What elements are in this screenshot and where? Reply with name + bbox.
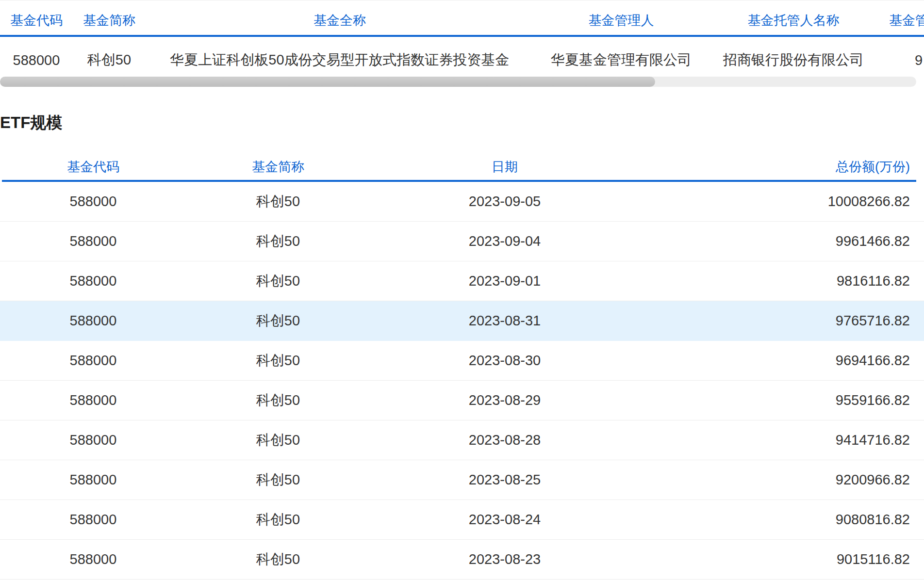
cell-fund-short-name: 科创50 xyxy=(186,272,370,291)
cell-fund-short-name: 科创50 xyxy=(186,391,370,410)
cell-date: 2023-08-30 xyxy=(370,353,640,369)
cell-total-shares: 9414716.82 xyxy=(640,432,924,448)
cell-fund-code: 588000 xyxy=(0,52,73,68)
header-fund-full-name[interactable]: 基金全称 xyxy=(146,12,534,29)
cell-date: 2023-08-25 xyxy=(370,472,640,488)
cell-fund-code: 588000 xyxy=(0,472,186,488)
header-fund-code[interactable]: 基金代码 xyxy=(0,12,73,29)
cell-fund-code: 588000 xyxy=(0,432,186,448)
cell-date: 2023-08-23 xyxy=(370,551,640,567)
horizontal-scrollbar-track[interactable] xyxy=(0,77,916,87)
cell-total-shares: 9080816.82 xyxy=(640,512,924,528)
header-fund-manager[interactable]: 基金管理人 xyxy=(534,12,709,29)
header-date[interactable]: 日期 xyxy=(370,158,640,176)
cell-total-shares: 10008266.82 xyxy=(640,193,924,209)
cell-date: 2023-08-28 xyxy=(370,432,640,448)
fund-info-header-row: 基金代码 基金简称 基金全称 基金管理人 基金托管人名称 基金管 xyxy=(0,7,924,33)
cell-fund-code: 588000 xyxy=(0,193,186,209)
cell-total-shares: 9961466.82 xyxy=(640,233,924,249)
table-row[interactable]: 588000科创502023-08-319765716.82 xyxy=(0,301,924,341)
cell-total-shares: 9559166.82 xyxy=(640,392,924,408)
cell-fund-code: 588000 xyxy=(0,313,186,329)
cell-total-shares: 9694166.82 xyxy=(640,353,924,369)
cell-fund-custodian: 招商银行股份有限公司 xyxy=(709,50,878,70)
cell-fund-clipped: 9 xyxy=(878,52,924,68)
fund-info-row[interactable]: 588000 科创50 华夏上证科创板50成份交易型开放式指数证券投资基金 华夏… xyxy=(0,46,924,74)
table-row[interactable]: 588000科创502023-08-249080816.82 xyxy=(0,500,924,540)
cell-fund-code: 588000 xyxy=(0,353,186,369)
table-row[interactable]: 588000科创502023-08-289414716.82 xyxy=(0,420,924,460)
table-row[interactable]: 588000科创502023-09-019816116.82 xyxy=(0,261,924,301)
cell-date: 2023-09-05 xyxy=(370,193,640,209)
cell-total-shares: 9765716.82 xyxy=(640,313,924,329)
cell-fund-short-name: 科创50 xyxy=(186,351,370,371)
cell-fund-short-name: 科创50 xyxy=(186,192,370,211)
table-row[interactable]: 588000科创502023-08-299559166.82 xyxy=(0,381,924,420)
cell-fund-code: 588000 xyxy=(0,551,186,567)
cell-fund-code: 588000 xyxy=(0,512,186,528)
header-fund-short-name[interactable]: 基金简称 xyxy=(186,158,370,176)
cell-date: 2023-09-04 xyxy=(370,233,640,249)
table-row[interactable]: 588000科创502023-09-049961466.82 xyxy=(0,222,924,261)
header-fund-custodian[interactable]: 基金托管人名称 xyxy=(709,12,878,29)
cell-fund-code: 588000 xyxy=(0,392,186,408)
cell-fund-short-name: 科创50 xyxy=(186,550,370,569)
fund-info-table: 基金代码 基金简称 基金全称 基金管理人 基金托管人名称 基金管 588000 … xyxy=(0,0,924,74)
cell-fund-code: 588000 xyxy=(0,233,186,249)
table-row[interactable]: 588000科创502023-08-259200966.82 xyxy=(0,460,924,500)
cell-total-shares: 9816116.82 xyxy=(640,273,924,289)
header-fund-code[interactable]: 基金代码 xyxy=(0,158,186,176)
header-fund-clipped[interactable]: 基金管 xyxy=(878,12,924,29)
cell-date: 2023-09-01 xyxy=(370,273,640,289)
cell-fund-code: 588000 xyxy=(0,273,186,289)
cell-date: 2023-08-31 xyxy=(370,313,640,329)
cell-fund-short-name: 科创50 xyxy=(186,311,370,331)
cell-fund-short-name: 科创50 xyxy=(186,510,370,530)
cell-total-shares: 9200966.82 xyxy=(640,472,924,488)
horizontal-scrollbar-thumb[interactable] xyxy=(0,77,655,87)
cell-fund-short-name: 科创50 xyxy=(186,470,370,490)
table-row[interactable]: 588000科创502023-08-239015116.82 xyxy=(0,540,924,580)
cell-fund-short-name: 科创50 xyxy=(73,50,146,70)
cell-fund-manager: 华夏基金管理有限公司 xyxy=(534,50,709,70)
scale-table-body: 588000科创502023-09-0510008266.82588000科创5… xyxy=(0,182,924,580)
header-fund-short-name[interactable]: 基金简称 xyxy=(73,12,146,29)
cell-fund-full-name: 华夏上证科创板50成份交易型开放式指数证券投资基金 xyxy=(146,50,534,70)
scale-table-header-row: 基金代码 基金简称 日期 总份额(万份) xyxy=(0,154,924,180)
fund-header-underline xyxy=(0,35,924,37)
cell-total-shares: 9015116.82 xyxy=(640,551,924,567)
table-row[interactable]: 588000科创502023-08-309694166.82 xyxy=(0,341,924,381)
cell-fund-short-name: 科创50 xyxy=(186,431,370,450)
section-title-etf-scale: ETF规模 xyxy=(0,112,62,134)
cell-fund-short-name: 科创50 xyxy=(186,232,370,251)
header-total-shares[interactable]: 总份额(万份) xyxy=(640,158,924,176)
table-row[interactable]: 588000科创502023-09-0510008266.82 xyxy=(0,182,924,222)
cell-date: 2023-08-24 xyxy=(370,512,640,528)
page: 基金代码 基金简称 基金全称 基金管理人 基金托管人名称 基金管 588000 … xyxy=(0,0,924,580)
cell-date: 2023-08-29 xyxy=(370,392,640,408)
